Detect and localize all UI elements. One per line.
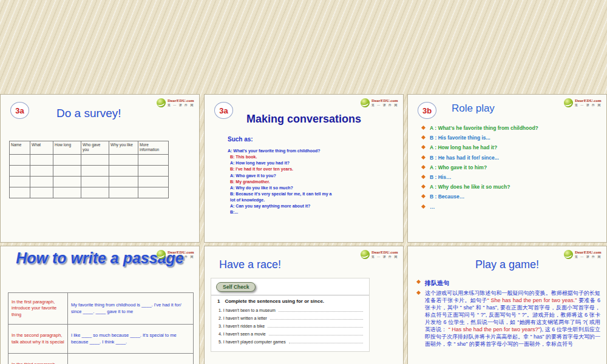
list-item: B : He has had it for/ since...: [421, 155, 600, 161]
role-play-list: A : What's he favorite thing from childh…: [421, 125, 600, 214]
diamond-bullet-icon: [421, 194, 426, 198]
logo-subtext: 第 一 课 件 网: [575, 104, 602, 107]
section-badge-3b: 3b: [418, 102, 436, 119]
section-badge-3a: 3a: [10, 102, 29, 119]
table-header-cell: Name: [10, 141, 30, 155]
dotted-answer-line: [269, 335, 363, 335]
slide-making-conversations: 3a Making conversations DearEDU.com 第 一 …: [204, 94, 404, 243]
conversation-line: B: My grandmother.: [228, 179, 337, 185]
paragraph-guide-cell: In the first paragraph, introduce your f…: [8, 293, 68, 325]
dearedu-logo: DearEDU.com 第 一 课 件 网: [361, 98, 398, 107]
role-play-line: A : Why does he like it so much?: [430, 184, 510, 190]
dearedu-logo: DearEDU.com 第 一 课 件 网: [157, 250, 194, 259]
role-play-line: …: [430, 204, 435, 210]
conversation-line: B:...: [228, 209, 337, 215]
exercise-title: 1 Complete the sentences using for or si…: [217, 298, 324, 304]
logo-subtext: 第 一 课 件 网: [575, 255, 602, 259]
exercise-number: 1: [217, 298, 220, 304]
list-item: 排队造句: [416, 279, 600, 288]
dearedu-logo: DearEDU.com 第 一 课 件 网: [361, 250, 398, 259]
role-play-line: B : His…: [430, 174, 451, 180]
table-row: In the first paragraph, introduce your f…: [8, 293, 194, 325]
self-check-worksheet-image: Self Check 1 Complete the sentences usin…: [211, 278, 370, 352]
exercise-item: 3. I haven't ridden a bike: [219, 324, 363, 328]
dotted-answer-line: [289, 343, 363, 343]
item-text: 4. I haven't seen a movie: [219, 332, 266, 336]
table-header-cell: How long: [53, 141, 81, 155]
globe-icon: [361, 98, 370, 107]
conversation-line: A: Why do you like it so much?: [228, 185, 337, 191]
conversation-line: A: How long have you had it?: [228, 160, 337, 166]
diamond-bullet-icon: [421, 184, 426, 189]
paragraph-segment: “ Has she had the pen for two years?”: [449, 326, 540, 332]
logo-subtext: 第 一 课 件 网: [371, 104, 398, 107]
item-text: 3. I haven't ridden a bike: [219, 324, 265, 328]
slides-preview-page: 3a Do a survey! DearEDU.com 第 一 课 件 网 Na…: [0, 0, 607, 364]
conversation-line: A: Who gave it to you?: [228, 173, 337, 179]
role-play-line: B : Because…: [430, 194, 464, 200]
conversation-line: A: What's your favorite thing from child…: [228, 148, 337, 154]
paragraph-guide-cell: In the second paragraph, talk about why …: [8, 325, 68, 354]
paragraph-guide-cell: In the third paragraph, write: [8, 354, 68, 364]
slide-do-a-survey: 3a Do a survey! DearEDU.com 第 一 课 件 网 Na…: [0, 94, 200, 243]
divider: [211, 295, 369, 295]
item-text: 2. I haven't written a letter: [219, 316, 267, 320]
table-header-cell: Who gave you: [81, 141, 109, 155]
self-check-badge: Self Check: [216, 282, 256, 292]
list-item: …: [421, 204, 600, 210]
diamond-bullet-icon: [421, 165, 426, 169]
role-play-line: B : He has had it for/ since...: [430, 155, 499, 161]
slide-title: Have a race!: [219, 258, 281, 271]
such-as-label: Such as:: [228, 136, 253, 143]
item-text: 5. I haven't played computer games: [219, 340, 286, 344]
passage-guide-table: In the first paragraph, introduce your f…: [8, 292, 194, 364]
exercise-text: Complete the sentences using for or sinc…: [225, 298, 324, 304]
logo-subtext: 第 一 课 件 网: [168, 255, 194, 259]
diamond-bullet-icon: [421, 204, 426, 208]
list-item: A : Why does he like it so much?: [421, 184, 600, 190]
dearedu-logo: DearEDU.com 第 一 课 件 网: [157, 98, 194, 107]
paragraph-segment: “ She has had the pen for two yeas.”: [487, 297, 577, 303]
table-row: [10, 177, 169, 187]
exercise-items: 1. I haven't been to a museum 2. I haven…: [219, 308, 363, 348]
table-row: In the second paragraph, talk about why …: [8, 325, 194, 354]
list-item: B : Because…: [421, 194, 600, 200]
table-row: In the third paragraph, write ____ Has g…: [8, 354, 194, 364]
globe-icon: [564, 98, 573, 107]
role-play-line: A : Who gave it to him?: [430, 164, 487, 170]
table-row: [10, 166, 169, 177]
diamond-bullet-icon: [421, 126, 426, 130]
exercise-item: 4. I haven't seen a movie: [219, 332, 363, 336]
paragraph-template-cell: I like ____ so much because ____. It's s…: [68, 325, 194, 354]
globe-icon: [361, 250, 370, 259]
dearedu-logo: DearEDU.com 第 一 课 件 网: [564, 250, 602, 259]
list-item: A : How long has he had it?: [421, 144, 600, 150]
list-item: B : His…: [421, 174, 600, 180]
diamond-bullet-icon: [416, 291, 421, 295]
exercise-item: 1. I haven't been to a museum: [219, 308, 363, 312]
slide-title: Play a game!: [408, 258, 606, 271]
table-header-cell: Why you like: [109, 141, 138, 155]
globe-icon: [157, 250, 166, 259]
diamond-bullet-icon: [421, 175, 426, 179]
dotted-answer-line: [268, 327, 363, 328]
survey-table: Name What How long Who gave you Why you …: [9, 141, 169, 198]
exercise-item: 2. I haven't written a letter: [219, 316, 363, 320]
role-play-line: A : What's he favorite thing from childh…: [430, 125, 538, 131]
game-paragraph: 这个游戏可以用来练习陈述句和一般疑问句的变换。教师根据句子的长短准备若干张卡片。…: [425, 290, 600, 348]
slide-title: Do a survey!: [56, 107, 121, 120]
dotted-answer-line: [279, 311, 363, 312]
list-item: B : His favorite thing is...: [421, 135, 600, 141]
role-play-line: B : His favorite thing is...: [430, 135, 490, 141]
role-play-line: A : How long has he had it?: [430, 144, 497, 150]
item-text: 1. I haven't been to a museum: [219, 308, 276, 312]
diamond-bullet-icon: [421, 155, 426, 160]
slide-how-to-write-a-passage: How to write a passage DearEDU.com 第 一 课…: [0, 246, 200, 364]
logo-subtext: 第 一 课 件 网: [168, 104, 194, 107]
paragraph-template-cell: ____ Has given me many memories. I remem…: [68, 354, 194, 364]
table-header-cell: What: [30, 141, 53, 155]
table-header-cell: More information: [138, 141, 169, 155]
paragraph-template-cell: My favorite thing from childhood is ____…: [68, 293, 194, 325]
game-instructions: 排队造句 这个游戏可以用来练习陈述句和一般疑问句的变换。教师根据句子的长短准备若…: [416, 279, 600, 351]
list-item: 这个游戏可以用来练习陈述句和一般疑问句的变换。教师根据句子的长短准备若干张卡片。…: [416, 290, 600, 348]
